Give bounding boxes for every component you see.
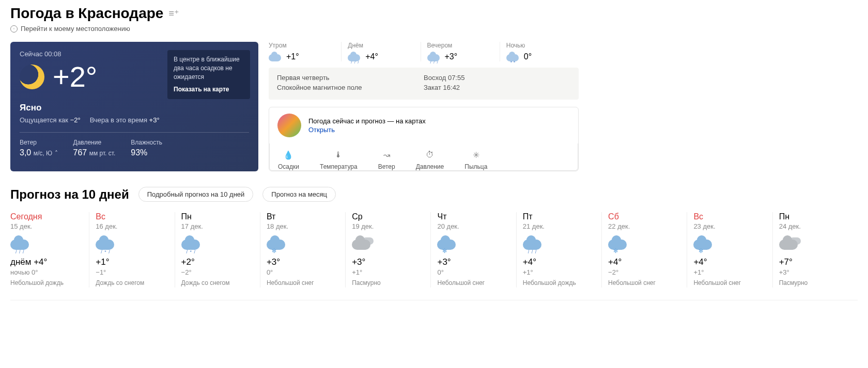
daypart[interactable]: Ночью * * 0° [500, 42, 579, 61]
day-temp-high: +1° [96, 257, 168, 267]
forecast-day[interactable]: Пн 24 дек. +7° +3° Пасмурно [772, 212, 858, 287]
stat-humidity: Влажность 93% [131, 139, 162, 157]
map-tab[interactable]: ⏱Давление [416, 150, 444, 170]
weather-icon: ✻ [267, 236, 287, 252]
map-tab-label: Ветер [378, 163, 395, 170]
current-temp: +2° [53, 60, 97, 93]
day-name: Пн [181, 212, 254, 221]
weather-icon: / / / [10, 236, 31, 252]
current-condition: Ясно [20, 103, 249, 113]
day-temp-low: 0° [267, 268, 339, 276]
daypart-label: Утром [269, 42, 335, 49]
moon-icon [20, 65, 44, 89]
cloud-icon: / / / [348, 52, 361, 61]
map-tab[interactable]: 🌡Температура [320, 150, 358, 170]
target-icon: ◦ [10, 25, 18, 33]
day-date: 21 дек. [523, 222, 595, 230]
map-tab-icon: ↝ [381, 150, 392, 160]
month-forecast-button[interactable]: Прогноз на месяц [262, 187, 336, 202]
map-promo[interactable]: Погода сейчас и прогноз — на картах Откр… [269, 107, 578, 143]
sunrise: Восход 07:55 [424, 74, 570, 82]
feels-like-row: Ощущается как −2° Вчера в это время +3° [20, 116, 249, 124]
sun-moon-info: Первая четверть Спокойное магнитное поле… [269, 68, 579, 100]
map-tab-label: Осадки [278, 163, 299, 170]
daypart-label: Вечером [427, 42, 493, 49]
day-temp-high: днём +4° [10, 257, 83, 267]
magnetic-field: Спокойное магнитное поле [277, 84, 424, 91]
tooltip-text: В центре в ближайшие два часа осадков не… [174, 55, 244, 81]
forecast-day[interactable]: Пт 21 дек. / / / +4° +1° Небольшой дождь [516, 212, 601, 287]
weather-icon: ✻ [693, 236, 714, 252]
day-date: 17 дек. [181, 222, 254, 230]
day-temp-high: +4° [693, 257, 766, 267]
day-date: 20 дек. [437, 222, 509, 230]
map-tab[interactable]: ✳Пыльца [464, 150, 487, 170]
day-temp-low: +1° [693, 268, 766, 276]
day-name: Вс [693, 212, 766, 221]
day-temp-low: ночью 0° [10, 268, 83, 276]
cloud-icon [269, 52, 282, 61]
my-location-link[interactable]: ◦ Перейти к моему местоположению [10, 25, 858, 33]
weather-icon: / * / [181, 236, 202, 252]
weather-icon: / / / [523, 236, 544, 252]
day-condition: Дождь со снегом [96, 279, 168, 287]
day-temp-high: +3° [352, 257, 424, 267]
map-tab-label: Давление [416, 163, 444, 170]
day-condition: Небольшой снег [267, 279, 339, 287]
day-condition: Небольшой снег [693, 279, 766, 287]
day-temp-high: +3° [437, 257, 509, 267]
map-tab[interactable]: 💧Осадки [278, 150, 299, 170]
precip-tooltip: В центре в ближайшие два часа осадков не… [167, 50, 250, 99]
map-tab-label: Температура [320, 163, 358, 170]
map-layer-tabs: 💧Осадки🌡Температура↝Ветер⏱Давление✳Пыльц… [269, 143, 578, 171]
day-condition: Пасмурно [779, 279, 851, 287]
forecast-day[interactable]: Чт 20 дек. ✻ +3° 0° Небольшой снег [430, 212, 516, 287]
forecast-day[interactable]: Сб 22 дек. ✻ +4° −2° Небольшой снег [601, 212, 687, 287]
forecast-day[interactable]: Ср 19 дек. +3° +1° Пасмурно [345, 212, 430, 287]
day-temp-high: +4° [523, 257, 595, 267]
show-on-map-link[interactable]: Показать на карте [174, 85, 244, 94]
day-temp-low: −2° [608, 268, 680, 276]
sunset: Закат 16:42 [424, 84, 570, 91]
forecast-day[interactable]: Вт 18 дек. ✻ +3° 0° Небольшой снег [260, 212, 345, 287]
forecast-day[interactable]: Вс 23 дек. ✻ +4° +1° Небольшой снег [687, 212, 772, 287]
daypart-temp: +4° [365, 52, 378, 61]
day-date: 16 дек. [96, 222, 168, 230]
weather-icon [352, 236, 373, 252]
moon-phase: Первая четверть [277, 74, 424, 82]
weather-icon: ✻ [437, 236, 458, 252]
map-tab-icon: 💧 [283, 150, 293, 160]
daypart[interactable]: Вечером / / / +3° [421, 42, 500, 61]
day-condition: Пасмурно [352, 279, 424, 287]
day-name: Ср [352, 212, 424, 221]
day-temp-low: +3° [779, 268, 851, 276]
forecast-day[interactable]: Пн 17 дек. / * / +2° −2° Дождь со снегом [175, 212, 260, 287]
day-temp-low: −2° [181, 268, 254, 276]
day-temp-low: +1° [523, 268, 595, 276]
detailed-forecast-button[interactable]: Подробный прогноз на 10 дней [138, 187, 254, 202]
daypart-temp: +1° [286, 52, 299, 61]
day-date: 15 дек. [10, 222, 83, 230]
cloud-icon: / / / [427, 52, 441, 61]
stat-wind: Ветер 3,0 м/с, Ю ˄ [20, 139, 58, 157]
daypart-temp: 0° [524, 52, 532, 61]
day-name: Чт [437, 212, 509, 221]
day-name: Вт [267, 212, 339, 221]
day-condition: Небольшой снег [608, 279, 680, 287]
day-name: Сб [608, 212, 680, 221]
page-title: Погода в Краснодаре [10, 5, 163, 22]
forecast-day[interactable]: Сегодня 15 дек. / / / днём +4° ночью 0° … [10, 212, 89, 287]
map-tab-icon: 🌡 [333, 150, 344, 160]
stat-pressure: Давление 767 мм рт. ст. [73, 139, 116, 157]
daypart[interactable]: Днём / / / +4° [341, 42, 420, 61]
day-condition: Небольшой дождь [10, 279, 83, 287]
forecast-day[interactable]: Вс 16 дек. / * / +1° −1° Дождь со снегом [89, 212, 174, 287]
day-temp-high: +2° [181, 257, 254, 267]
day-condition: Дождь со снегом [181, 279, 254, 287]
map-tab[interactable]: ↝Ветер [378, 150, 395, 170]
promo-open-link[interactable]: Открыть [308, 126, 335, 134]
add-list-icon[interactable]: ≡⁺ [168, 8, 179, 19]
day-condition: Небольшой дождь [523, 279, 595, 287]
day-date: 22 дек. [608, 222, 680, 230]
daypart[interactable]: Утром +1° [269, 42, 341, 61]
